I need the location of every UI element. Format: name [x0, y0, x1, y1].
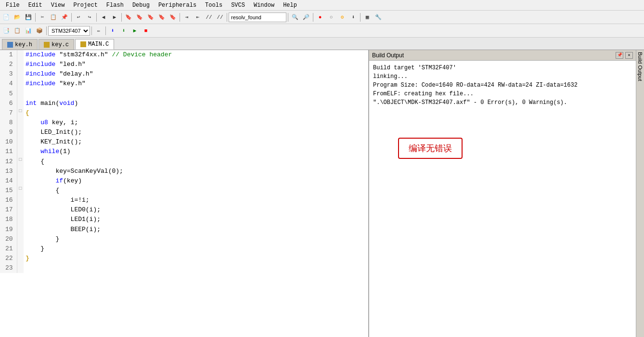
right-sidebar-tab[interactable]: Build Output — [636, 50, 644, 337]
table-row: 9 LED_Init(); — [0, 128, 368, 137]
download-btn[interactable]: ⬇ — [348, 12, 359, 23]
tb2-download1-btn[interactable]: ⬇ — [107, 26, 118, 36]
build-btn[interactable]: ⚙ — [337, 12, 348, 23]
line-content[interactable]: { — [24, 186, 368, 195]
paste-btn[interactable]: 📌 — [59, 12, 70, 23]
comment-btn[interactable]: // — [204, 12, 214, 23]
tab-key-c[interactable]: key.c — [39, 39, 74, 50]
line-number: 2 — [0, 60, 17, 69]
tb2-edit-btn[interactable]: ✏ — [93, 26, 104, 36]
sep3 — [96, 13, 97, 22]
tb2-run2-btn[interactable]: ▶ — [129, 26, 140, 36]
open-btn[interactable]: 📂 — [12, 12, 23, 23]
cut-btn[interactable]: ✂ — [37, 12, 48, 23]
uncomment-btn[interactable]: // — [215, 12, 225, 23]
line-fold — [17, 234, 24, 244]
line-content[interactable]: { — [24, 157, 368, 167]
tb2-download2-btn[interactable]: ⬇ — [118, 26, 129, 36]
build-pin-btn[interactable]: 📌 — [616, 52, 623, 59]
line-content[interactable]: if(key) — [24, 176, 368, 186]
line-fold[interactable]: □ — [17, 157, 24, 167]
line-fold — [17, 50, 24, 60]
tab-icon-main-c — [80, 41, 86, 47]
menu-flash[interactable]: Flash — [103, 1, 128, 10]
tb2-btn4[interactable]: 📦 — [34, 26, 45, 36]
line-content[interactable]: { — [24, 108, 368, 118]
build-line: ".\OBJECT\MDK-STM32F407.axf" - 0 Error(s… — [373, 98, 632, 107]
build-controls: 📌 ✕ — [616, 52, 633, 59]
grid-btn[interactable]: ▦ — [362, 12, 373, 23]
tab-key-h[interactable]: key.h — [2, 39, 38, 50]
sep4 — [121, 13, 122, 22]
save-btn[interactable]: 💾 — [23, 12, 34, 23]
nav-fwd-btn[interactable]: ▶ — [109, 12, 120, 23]
inspect-btn[interactable]: 🔎 — [301, 12, 311, 23]
line-content[interactable]: } — [24, 234, 368, 244]
tb2-stop2-btn[interactable]: ■ — [141, 26, 151, 36]
menu-help[interactable]: Help — [279, 1, 301, 10]
line-content[interactable]: #include "delay.h" — [24, 69, 368, 79]
undo-btn[interactable]: ↩ — [73, 12, 84, 23]
tab-label-key-h: key.h — [15, 41, 32, 48]
line-content[interactable]: while(1) — [24, 147, 368, 156]
line-content[interactable]: int main(void) — [24, 99, 368, 108]
tb2-btn2[interactable]: 📋 — [12, 26, 23, 36]
settings-btn[interactable]: 🔧 — [373, 12, 384, 23]
line-content[interactable]: BEEP(i); — [24, 225, 368, 234]
new-btn[interactable]: 📄 — [1, 12, 12, 23]
copy-btn[interactable]: 📋 — [48, 12, 59, 23]
menu-view[interactable]: View — [47, 1, 69, 10]
menu-svcs[interactable]: SVCS — [227, 1, 249, 10]
target-select[interactable]: STM32F407 — [48, 26, 90, 36]
bookmark3-btn[interactable]: 🔖 — [145, 12, 156, 23]
line-fold[interactable]: □ — [17, 186, 24, 195]
tb2-btn1[interactable]: 📑 — [1, 26, 12, 36]
unindent-btn[interactable]: ⇤ — [193, 12, 203, 23]
line-content[interactable]: } — [24, 244, 368, 254]
table-row: 3 #include "delay.h" — [0, 69, 368, 79]
table-row: 5 — [0, 89, 368, 99]
build-close-btn[interactable]: ✕ — [625, 52, 633, 59]
line-content[interactable] — [24, 263, 368, 273]
line-fold — [17, 89, 24, 99]
line-number: 9 — [0, 128, 17, 137]
bookmark4-btn[interactable]: 🔖 — [156, 12, 167, 23]
line-content[interactable]: #include "led.h" — [24, 60, 368, 69]
search-btn[interactable]: 🔍 — [290, 12, 300, 23]
menu-debug[interactable]: Debug — [129, 1, 154, 10]
menu-tools[interactable]: Tools — [201, 1, 226, 10]
bookmark-btn[interactable]: 🔖 — [123, 12, 134, 23]
stop-btn[interactable]: ○ — [326, 12, 336, 23]
line-content[interactable]: u8 key, i; — [24, 118, 368, 128]
line-content[interactable]: LED1(i); — [24, 215, 368, 224]
line-number: 13 — [0, 167, 17, 176]
line-content[interactable]: } — [24, 254, 368, 263]
line-content[interactable]: key=ScanKeyVal(0); — [24, 167, 368, 176]
line-content[interactable]: LED0(i); — [24, 205, 368, 215]
tb2-btn3[interactable]: 📊 — [23, 26, 34, 36]
line-content[interactable]: #include "stm32f4xx.h" // Device header — [24, 50, 368, 60]
run-btn[interactable]: ● — [315, 12, 325, 23]
tab-main-c[interactable]: MAIN.C — [75, 39, 114, 50]
bookmark5-btn[interactable]: 🔖 — [167, 12, 178, 23]
line-content[interactable]: #include "key.h" — [24, 79, 368, 89]
search-combo[interactable] — [229, 13, 286, 22]
menu-file[interactable]: File — [2, 1, 24, 10]
nav-back-btn[interactable]: ◀ — [98, 12, 109, 23]
indent-btn[interactable]: ⇥ — [181, 12, 192, 23]
table-row: 7 □ { — [0, 108, 368, 118]
line-content[interactable]: KEY_Init(); — [24, 137, 368, 147]
menu-project[interactable]: Project — [69, 1, 101, 10]
redo-btn[interactable]: ↪ — [84, 12, 95, 23]
menu-edit[interactable]: Edit — [25, 1, 46, 10]
line-content[interactable]: i=!i; — [24, 195, 368, 205]
menu-window[interactable]: Window — [250, 1, 278, 10]
line-fold[interactable]: □ — [17, 108, 24, 118]
line-content[interactable]: LED_Init(); — [24, 128, 368, 137]
line-fold — [17, 69, 24, 79]
menu-peripherals[interactable]: Peripherals — [155, 1, 200, 10]
code-editor[interactable]: 1 #include "stm32f4xx.h" // Device heade… — [0, 50, 368, 337]
line-content[interactable] — [24, 89, 368, 99]
line-fold — [17, 254, 24, 263]
bookmark2-btn[interactable]: 🔖 — [134, 12, 145, 23]
